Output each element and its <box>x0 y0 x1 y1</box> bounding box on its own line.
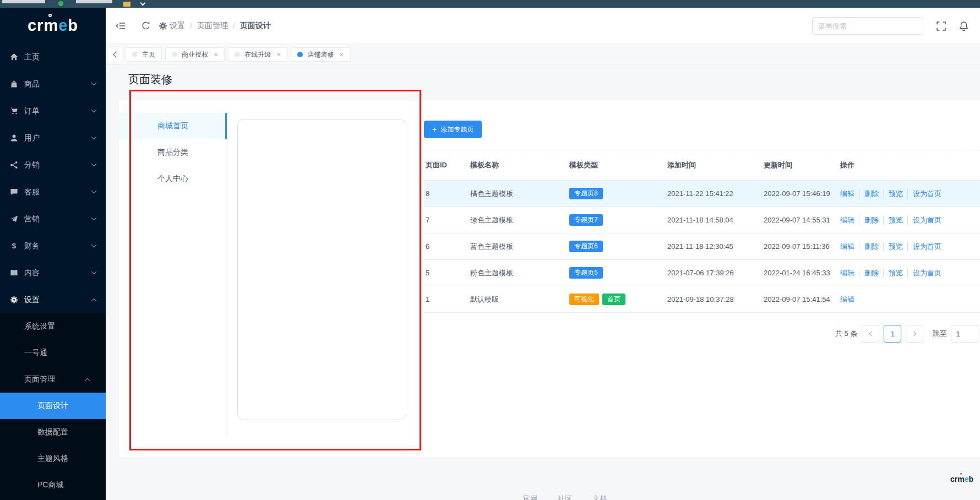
sidebar-item-page-management[interactable]: 页面管理 <box>0 366 106 393</box>
edit-link[interactable]: 编辑 <box>840 242 854 252</box>
breadcrumb-item[interactable]: 页面管理 <box>197 21 228 31</box>
table-row: 5 粉色主题模板 专题页5 2021-07-06 17:39:26 2022-0… <box>424 260 980 286</box>
sidebar-item-data-config[interactable]: 数据配置 <box>0 419 106 445</box>
sidebar-item-pc-mall[interactable]: PC商城 <box>0 472 106 498</box>
sidebar-item-home[interactable]: 主页 <box>0 44 106 70</box>
cell-added-time: 2021-11-18 12:30:45 <box>667 242 764 251</box>
tabs-scroll-left-button[interactable] <box>108 47 122 62</box>
footer-link-docs[interactable]: 文档 <box>592 494 607 500</box>
tab-online-upgrade[interactable]: 在线升级 × <box>228 47 287 62</box>
preview-link[interactable]: 预览 <box>883 268 903 278</box>
tab-close-icon[interactable]: × <box>214 51 218 58</box>
sidebar-item-theme-style[interactable]: 主题风格 <box>0 445 106 472</box>
dollar-icon: $ <box>9 242 18 251</box>
template-type-badge: 专题页5 <box>569 267 603 279</box>
breadcrumb-gear-icon <box>159 21 167 30</box>
design-menu: 商城首页 商品分类 个人中心 <box>119 113 227 435</box>
edit-link[interactable]: 编辑 <box>840 295 854 305</box>
edit-link[interactable]: 编辑 <box>840 189 854 199</box>
goods-icon <box>9 80 18 89</box>
edit-link[interactable]: 编辑 <box>840 268 854 278</box>
home-badge: 首页 <box>602 294 625 306</box>
footer-links: 官网 社区 文档 <box>523 494 607 500</box>
sidebar-collapse-icon[interactable] <box>116 21 126 31</box>
breadcrumb-separator: / <box>233 21 235 30</box>
tab-business-license[interactable]: 商业授权 × <box>165 47 225 62</box>
tab-shop-decoration[interactable]: 店铺装修 × <box>291 47 350 62</box>
templates-table: 页面ID 模板名称 模板类型 添加时间 更新时间 操作 8 橘色主题模板 专题页… <box>424 150 980 313</box>
delete-link[interactable]: 删除 <box>859 268 879 278</box>
cell-updated-time: 2022-09-07 14:55:31 <box>764 216 840 224</box>
tab-close-icon[interactable]: × <box>276 51 281 58</box>
sidebar-item-goods[interactable]: 商品 <box>0 70 106 97</box>
chevron-down-icon <box>91 107 97 113</box>
bookmark-text-fragment <box>2 0 45 3</box>
cell-template-name: 粉色主题模板 <box>470 268 569 278</box>
user-icon <box>9 134 18 143</box>
chevron-down-icon <box>91 188 97 194</box>
sidebar-item-distribution[interactable]: 分销 <box>0 151 106 178</box>
sidebar-item-page-design[interactable]: 页面设计 <box>0 393 106 419</box>
notification-bell-icon[interactable] <box>959 20 969 31</box>
add-topic-page-button[interactable]: + 添加专题页 <box>424 121 482 138</box>
sidebar-item-marketing[interactable]: 营销 <box>0 205 106 232</box>
app-logo: crmeb <box>0 8 106 44</box>
book-icon <box>9 269 18 278</box>
tab-dot-icon <box>172 52 177 57</box>
cell-page-id: 6 <box>426 242 470 251</box>
cell-added-time: 2021-11-18 14:58:04 <box>667 216 764 224</box>
tab-home[interactable]: 主页 <box>126 47 162 62</box>
delete-link[interactable]: 删除 <box>859 215 879 225</box>
sidebar-item-content[interactable]: 内容 <box>0 259 106 286</box>
menu-search-input[interactable] <box>812 17 923 35</box>
prev-page-button[interactable] <box>862 325 879 343</box>
delete-link[interactable]: 删除 <box>859 242 879 252</box>
next-page-button[interactable] <box>906 325 923 343</box>
footer-link-community[interactable]: 社区 <box>558 494 572 500</box>
chevron-down-icon <box>91 242 97 248</box>
pagination-total: 共 5 条 <box>835 329 857 339</box>
preview-link[interactable]: 预览 <box>883 242 903 252</box>
design-tab-goods-category[interactable]: 商品分类 <box>119 139 227 166</box>
sidebar-item-users[interactable]: 用户 <box>0 124 106 151</box>
sidebar-item-orders[interactable]: 订单 <box>0 97 106 124</box>
fullscreen-icon[interactable] <box>937 21 946 31</box>
sidebar-item-system-settings[interactable]: 系统设置 <box>0 313 106 340</box>
breadcrumb-item[interactable]: 设置 <box>170 21 185 31</box>
breadcrumb-separator: / <box>190 21 192 30</box>
sidebar-item-service[interactable]: 客服 <box>0 178 106 205</box>
share-network-icon <box>9 161 18 170</box>
jump-page-input[interactable] <box>951 325 978 343</box>
preview-link[interactable]: 预览 <box>883 189 903 199</box>
cell-updated-time: 2022-09-07 15:41:54 <box>764 295 840 303</box>
refresh-icon[interactable] <box>141 21 151 31</box>
set-home-link[interactable]: 设为首页 <box>907 215 941 225</box>
set-home-link[interactable]: 设为首页 <box>907 268 941 278</box>
set-home-link[interactable]: 设为首页 <box>907 189 941 199</box>
preview-link[interactable]: 预览 <box>883 215 903 225</box>
gear-icon <box>9 296 18 305</box>
tab-close-icon[interactable]: × <box>339 51 344 58</box>
template-type-badge: 专题页8 <box>569 188 603 200</box>
delete-link[interactable]: 删除 <box>859 189 879 199</box>
bookmark-text-fragment <box>76 0 112 3</box>
edit-link[interactable]: 编辑 <box>840 215 854 225</box>
set-home-link[interactable]: 设为首页 <box>907 242 941 252</box>
cell-added-time: 2021-11-22 15:41:22 <box>667 189 764 198</box>
paper-plane-icon <box>9 215 18 224</box>
design-tab-mall-home[interactable]: 商城首页 <box>119 113 227 139</box>
app-root: crmeb 主页 商品 订单 用户 <box>0 0 980 500</box>
sidebar-item-yihaotong[interactable]: 一号通 <box>0 340 106 366</box>
cell-page-id: 5 <box>426 269 470 277</box>
home-icon <box>9 53 18 62</box>
sidebar-item-finance[interactable]: $ 财务 <box>0 232 106 259</box>
sidebar-item-settings[interactable]: 设置 <box>0 286 106 313</box>
page-design-card: 商城首页 商品分类 个人中心 + 添加专题页 页面ID 模板名称 模板类型 添加… <box>119 101 980 457</box>
page-number-button[interactable]: 1 <box>884 325 901 343</box>
table-row: 6 蓝色主题模板 专题页6 2021-11-18 12:30:45 2022-0… <box>424 233 980 260</box>
cell-template-name: 默认模版 <box>470 295 569 305</box>
footer-link-official-site[interactable]: 官网 <box>523 494 537 500</box>
cell-page-id: 7 <box>426 216 470 224</box>
column-header-template-name: 模板名称 <box>470 160 569 170</box>
design-tab-personal-center[interactable]: 个人中心 <box>119 166 227 192</box>
